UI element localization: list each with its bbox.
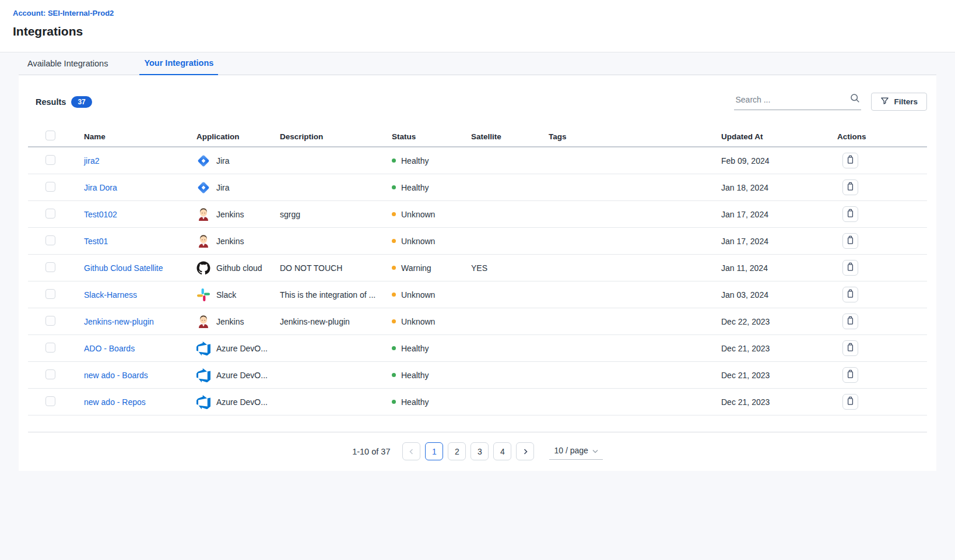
description-text: Jenkins-new-plugin (280, 317, 392, 326)
column-header-application: Application (196, 132, 280, 141)
trash-icon (846, 369, 855, 381)
table-row: Test0102 Jenkins sgrgg Unknown Jan 17, 2… (28, 201, 927, 228)
integration-name-link[interactable]: new ado - Boards (84, 371, 148, 380)
table-row: Jira Dora Jira Healthy Jan 18, 2024 (28, 174, 927, 201)
github-icon (196, 261, 210, 275)
chevron-down-icon (592, 446, 598, 455)
page-button-1[interactable]: 1 (425, 442, 443, 460)
delete-integration-button[interactable] (842, 206, 858, 222)
integration-name-link[interactable]: Github Cloud Satellite (84, 263, 163, 273)
satellite-value: YES (471, 263, 549, 273)
updated-at-value: Dec 21, 2023 (721, 371, 837, 380)
azure-devops-icon (196, 341, 210, 355)
trash-icon (846, 209, 855, 220)
status-label: Unknown (401, 237, 435, 246)
description-text: sgrgg (280, 210, 392, 219)
integration-name-link[interactable]: Test0102 (84, 210, 117, 219)
delete-integration-button[interactable] (842, 153, 858, 168)
updated-at-value: Dec 21, 2023 (721, 397, 837, 407)
status-label: Healthy (401, 344, 429, 353)
jenkins-icon (196, 207, 210, 221)
integration-name-link[interactable]: ADO - Boards (84, 344, 135, 353)
delete-integration-button[interactable] (842, 287, 858, 302)
table-header-row: Name Application Description Status Sate… (28, 126, 927, 147)
application-label: Jira (216, 156, 230, 165)
delete-integration-button[interactable] (842, 340, 858, 356)
pagination-range-label: 1-10 of 37 (352, 447, 390, 456)
table-row: Github Cloud Satellite Github cloud DO N… (28, 255, 927, 281)
application-label: Azure DevO... (216, 397, 268, 407)
search-input[interactable] (735, 95, 850, 104)
table-row: jira2 Jira Healthy Feb 09, 2024 (28, 147, 927, 174)
table-row: Jenkins-new-plugin Jenkins Jenkins-new-p… (28, 308, 927, 335)
row-checkbox[interactable] (45, 289, 55, 299)
integration-name-link[interactable]: jira2 (84, 156, 99, 165)
tab-bar: Available Integrations Your Integrations (19, 52, 936, 75)
status-label: Unknown (401, 317, 435, 326)
column-header-actions: Actions (837, 132, 927, 141)
status-label: Healthy (401, 371, 429, 380)
filters-button-label: Filters (894, 97, 918, 106)
integration-name-link[interactable]: new ado - Repos (84, 397, 146, 407)
status-dot (392, 159, 396, 163)
integrations-table: Name Application Description Status Sate… (28, 126, 927, 432)
page-button-4[interactable]: 4 (493, 442, 511, 460)
application-label: Jenkins (216, 317, 244, 326)
filters-button[interactable]: Filters (871, 93, 927, 111)
integration-name-link[interactable]: Test01 (84, 237, 108, 246)
filter-funnel-icon (880, 97, 889, 107)
row-checkbox[interactable] (45, 155, 55, 165)
updated-at-value: Jan 03, 2024 (721, 290, 837, 300)
page-button-3[interactable]: 3 (471, 442, 489, 460)
status-dot (392, 373, 396, 377)
integration-name-link[interactable]: Slack-Harness (84, 290, 137, 300)
delete-integration-button[interactable] (842, 260, 858, 276)
trash-icon (846, 289, 855, 300)
page-button-2[interactable]: 2 (448, 442, 466, 460)
column-header-satellite: Satellite (471, 132, 549, 141)
azure-devops-icon (196, 368, 210, 382)
search-box (734, 93, 861, 110)
previous-page-button[interactable] (402, 442, 420, 460)
row-checkbox[interactable] (45, 369, 55, 379)
integration-name-link[interactable]: Jenkins-new-plugin (84, 317, 154, 326)
status-label: Unknown (401, 290, 435, 300)
updated-at-value: Jan 11, 2024 (721, 263, 837, 273)
delete-integration-button[interactable] (842, 314, 858, 329)
row-checkbox[interactable] (45, 396, 55, 406)
trash-icon (846, 316, 855, 327)
row-checkbox[interactable] (45, 343, 55, 353)
row-checkbox[interactable] (45, 316, 55, 326)
select-all-checkbox[interactable] (45, 131, 55, 140)
tab-available-integrations[interactable]: Available Integrations (23, 59, 113, 75)
integration-name-link[interactable]: Jira Dora (84, 183, 117, 192)
jenkins-icon (196, 234, 210, 248)
table-row: Slack-Harness Slack This is the integrat… (28, 281, 927, 308)
application-label: Jira (216, 183, 230, 192)
table-toolbar: Results 37 Filters (28, 75, 927, 111)
status-dot (392, 185, 396, 189)
trash-icon (846, 343, 855, 354)
delete-integration-button[interactable] (842, 394, 858, 410)
next-page-button[interactable] (516, 442, 534, 460)
table-row: new ado - Boards Azure DevO... Healthy D… (28, 362, 927, 389)
row-checkbox[interactable] (45, 182, 55, 192)
row-checkbox[interactable] (45, 235, 55, 245)
trash-icon (846, 396, 855, 407)
jira-icon (196, 154, 210, 168)
updated-at-value: Feb 09, 2024 (721, 156, 837, 165)
updated-at-value: Jan 17, 2024 (721, 237, 837, 246)
table-body: jira2 Jira Healthy Feb 09, 2024 (28, 147, 927, 415)
delete-integration-button[interactable] (842, 367, 858, 383)
description-text: DO NOT TOUCH (280, 263, 392, 273)
page-size-select[interactable]: 10 / page (549, 443, 602, 460)
row-checkbox[interactable] (45, 262, 55, 272)
tab-your-integrations[interactable]: Your Integrations (139, 58, 218, 75)
delete-integration-button[interactable] (842, 233, 858, 249)
description-text: This is the integration of ... (280, 290, 392, 300)
delete-integration-button[interactable] (842, 179, 858, 195)
results-count-badge: 37 (71, 96, 92, 108)
row-checkbox[interactable] (45, 209, 55, 219)
column-header-status: Status (392, 132, 471, 141)
account-breadcrumb-link[interactable]: Account: SEI-Internal-Prod2 (13, 9, 114, 17)
